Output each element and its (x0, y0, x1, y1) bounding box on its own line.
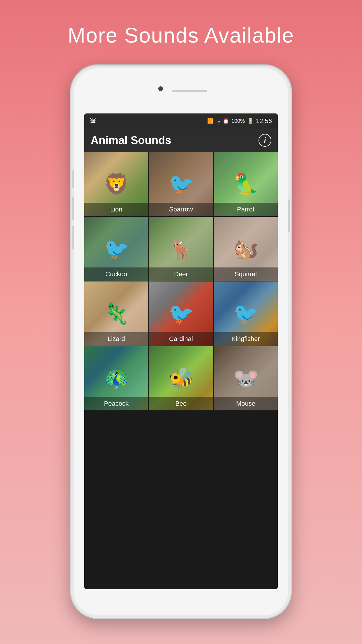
animal-label-peacock: Peacock (84, 397, 148, 410)
volume-down-button (72, 226, 74, 249)
animal-label-sparrow: Sparrow (149, 203, 213, 216)
phone-inner: 🖼 📶 ∿ ⏰ 100% 🔋 12:56 Animal Sounds (74, 68, 288, 615)
earpiece-speaker (172, 90, 207, 92)
page-header-title: More Sounds Available (68, 23, 294, 47)
animals-grid: 🦁Lion🐦Sparrow🦜Parrot🐦Cuckoo🦌Deer🐿️Squirr… (84, 152, 278, 410)
animal-cell-kingfisher[interactable]: 🐦Kingfisher (214, 281, 278, 346)
battery-icon: 🔋 (247, 118, 254, 124)
info-icon: i (264, 136, 266, 144)
animal-label-kingfisher: Kingfisher (214, 332, 278, 346)
alarm-icon: ⏰ (223, 118, 229, 124)
animal-label-cardinal: Cardinal (149, 332, 213, 346)
animal-cell-mouse[interactable]: 🐭Mouse (214, 346, 278, 410)
animal-cell-cuckoo[interactable]: 🐦Cuckoo (84, 217, 148, 281)
animal-cell-squirrel[interactable]: 🐿️Squirrel (214, 217, 278, 281)
animal-label-lion: Lion (84, 203, 148, 216)
status-bar-left: 🖼 (90, 118, 97, 125)
power-button (288, 200, 290, 232)
phone-mockup: 🖼 📶 ∿ ⏰ 100% 🔋 12:56 Animal Sounds (70, 65, 292, 619)
notification-icon: 🖼 (90, 118, 96, 125)
status-bar-right: 📶 ∿ ⏰ 100% 🔋 12:56 (207, 117, 272, 125)
wifi-icon: ∿ (216, 118, 220, 124)
animal-cell-cardinal[interactable]: 🐦Cardinal (149, 281, 213, 346)
animal-label-squirrel: Squirrel (214, 267, 278, 281)
status-time: 12:56 (256, 117, 272, 125)
animal-cell-lizard[interactable]: 🦎Lizard (84, 281, 148, 346)
front-camera (158, 86, 163, 91)
animal-label-deer: Deer (149, 267, 213, 281)
bluetooth-icon: 📶 (207, 118, 214, 124)
status-bar: 🖼 📶 ∿ ⏰ 100% 🔋 12:56 (84, 113, 278, 129)
animal-cell-parrot[interactable]: 🦜Parrot (214, 152, 278, 216)
app-header: Animal Sounds i (84, 129, 278, 152)
battery-percent: 100% (231, 118, 245, 124)
animal-label-mouse: Mouse (214, 397, 278, 410)
animal-label-lizard: Lizard (84, 332, 148, 346)
animal-cell-bee[interactable]: 🐝Bee (149, 346, 213, 410)
animal-label-cuckoo: Cuckoo (84, 267, 148, 281)
animal-cell-peacock[interactable]: 🦚Peacock (84, 346, 148, 410)
animal-cell-lion[interactable]: 🦁Lion (84, 152, 148, 216)
phone-shell: 🖼 📶 ∿ ⏰ 100% 🔋 12:56 Animal Sounds (70, 65, 292, 619)
animal-cell-deer[interactable]: 🦌Deer (149, 217, 213, 281)
volume-up-button (72, 197, 74, 220)
info-button[interactable]: i (259, 134, 271, 147)
animal-cell-sparrow[interactable]: 🐦Sparrow (149, 152, 213, 216)
animal-label-parrot: Parrot (214, 203, 278, 216)
phone-screen: 🖼 📶 ∿ ⏰ 100% 🔋 12:56 Animal Sounds (84, 113, 278, 589)
volume-silent-button (72, 170, 74, 188)
animal-label-bee: Bee (149, 397, 213, 410)
app-title: Animal Sounds (91, 134, 171, 147)
